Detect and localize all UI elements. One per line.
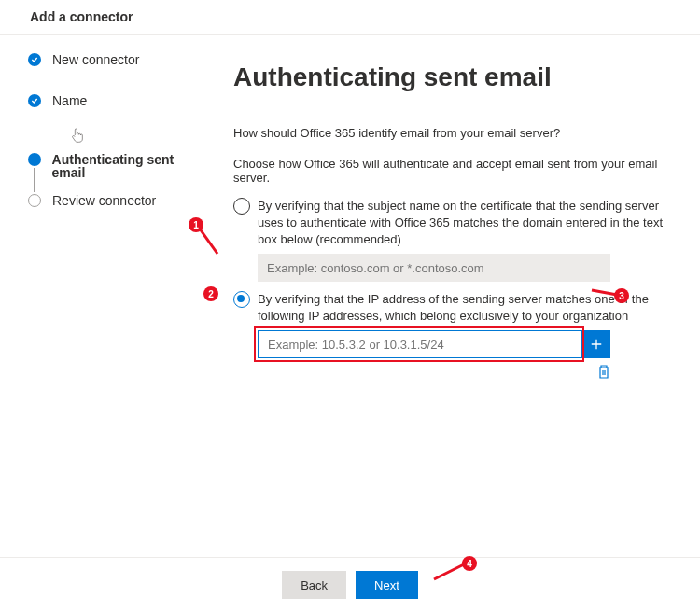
intro-description: Choose how Office 365 will authenticate … (233, 157, 666, 185)
option-cert[interactable]: By verifying that the subject name on th… (233, 198, 666, 248)
annotation-badge-4: 4 (462, 556, 477, 571)
hand-cursor-icon (71, 128, 84, 143)
current-step-icon (28, 153, 41, 166)
check-icon (28, 94, 41, 107)
sidebar-item-label: Name (52, 94, 87, 107)
annotation-badge-2: 2 (203, 286, 218, 301)
plus-icon (590, 338, 603, 351)
page-header: Add a connector (0, 0, 700, 35)
option-cert-label: By verifying that the subject name on th… (258, 198, 666, 248)
radio-cert[interactable] (233, 198, 250, 215)
page-title: Authenticating sent email (233, 62, 666, 92)
main-content: Authenticating sent email How should Off… (215, 35, 700, 557)
footer: Back Next 4 (0, 557, 700, 611)
ip-input[interactable] (258, 330, 582, 358)
sidebar-item-label: New connector (52, 53, 139, 66)
radio-ip[interactable] (233, 291, 250, 308)
sidebar-item-auth-email[interactable]: Authenticating sent email (26, 153, 207, 194)
sidebar-item-review[interactable]: Review connector (26, 194, 207, 207)
intro-question: How should Office 365 identify email fro… (233, 126, 666, 140)
pending-step-icon (28, 194, 41, 207)
sidebar-item-label: Authenticating sent email (52, 153, 207, 179)
next-button[interactable]: Next (356, 571, 418, 599)
annotation-badge-1: 1 (189, 217, 203, 232)
sidebar-item-name[interactable]: Name (26, 94, 207, 135)
sidebar-item-label: Review connector (52, 194, 156, 207)
sidebar-item-new-connector[interactable]: New connector (26, 53, 207, 94)
wizard-sidebar: New connector Name Authenticating sent e… (0, 35, 215, 557)
trash-icon[interactable] (597, 364, 610, 379)
annotation-badge-3: 3 (614, 288, 629, 303)
back-button[interactable]: Back (282, 571, 346, 599)
check-icon (28, 53, 41, 66)
domain-input (258, 254, 610, 282)
add-ip-button[interactable] (582, 330, 610, 358)
